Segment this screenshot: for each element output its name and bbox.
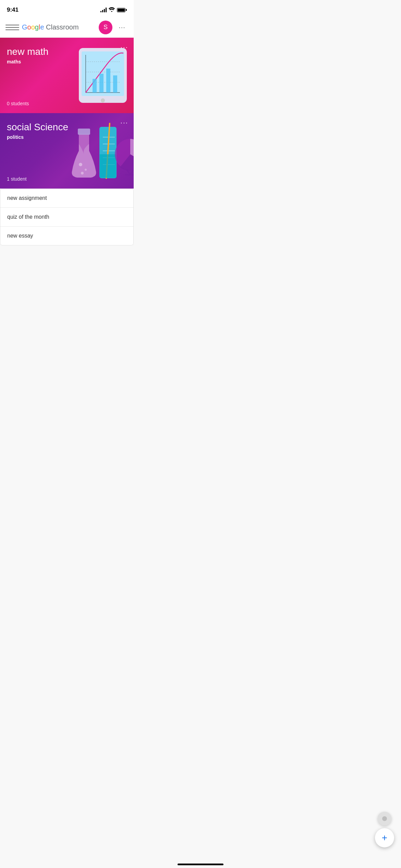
science-class-card[interactable]: ··· social Science politics 1 student <box>0 113 134 189</box>
new-essay-item[interactable]: new essay <box>0 227 133 245</box>
math-card-subtitle: maths <box>7 59 127 64</box>
new-assignment-item[interactable]: new assignment <box>0 189 133 208</box>
hamburger-menu-button[interactable] <box>5 21 19 34</box>
math-card-menu-button[interactable]: ··· <box>120 43 128 51</box>
science-card-title: social Science <box>7 121 127 133</box>
math-class-card[interactable]: ··· new math maths 0 students <box>0 38 134 113</box>
status-icons <box>100 7 127 13</box>
main-content: ··· new math maths 0 students <box>0 38 134 245</box>
science-card-students: 1 student <box>7 176 27 182</box>
header-more-button[interactable]: ··· <box>116 21 128 34</box>
science-card-subtitle: politics <box>7 134 127 140</box>
status-time: 9:41 <box>7 7 19 13</box>
app-title: Google Google ClassroomClassroom <box>22 23 99 31</box>
math-card-content: ··· new math maths 0 students <box>0 38 134 113</box>
dropdown-menu: new assignment quiz of the month new ess… <box>0 189 134 245</box>
wifi-icon <box>109 7 115 13</box>
app-header: Google Google ClassroomClassroom S ··· <box>0 17 134 38</box>
math-card-students: 0 students <box>7 101 29 106</box>
status-bar: 9:41 <box>0 0 134 17</box>
user-avatar-button[interactable]: S <box>99 21 112 34</box>
math-card-title: new math <box>7 46 127 58</box>
quiz-of-the-month-item[interactable]: quiz of the month <box>0 208 133 227</box>
battery-icon <box>117 8 127 12</box>
signal-icon <box>100 8 107 12</box>
science-card-content: ··· social Science politics 1 student <box>0 113 134 189</box>
science-card-menu-button[interactable]: ··· <box>120 119 128 126</box>
